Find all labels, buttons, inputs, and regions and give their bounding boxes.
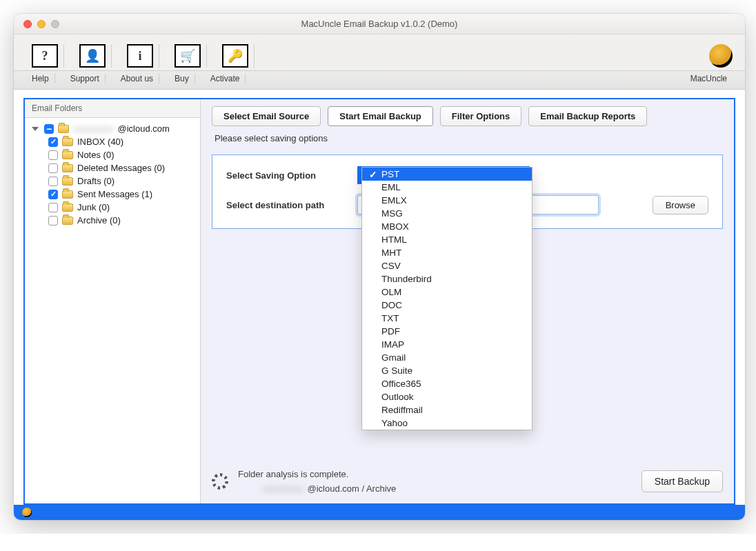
toolbar-buy[interactable]: 🛒 (169, 44, 207, 68)
folder-icon (62, 151, 73, 159)
checkbox[interactable] (48, 177, 58, 186)
dropdown-option[interactable]: DOC (362, 299, 532, 312)
tree-item[interactable]: INBOX (40) (29, 135, 196, 148)
dropdown-option[interactable]: Thunderbird (362, 272, 532, 285)
brand-logo-icon (709, 44, 733, 68)
titlebar: MacUncle Email Backup v1.0.2 (Demo) (14, 14, 745, 34)
dropdown-option[interactable]: TXT (362, 312, 532, 325)
dropdown-option[interactable]: Rediffmail (362, 403, 532, 417)
key-icon: 🔑 (222, 44, 248, 68)
label-help[interactable]: Help (26, 74, 55, 83)
folder-label: Archive (0) (77, 215, 121, 226)
toolbar-labels: Help Support About us Buy Activate MacUn… (14, 71, 745, 90)
dropdown-option[interactable]: Outlook (362, 390, 532, 403)
bottom-bar (14, 505, 745, 520)
toolbar: ? 👤 i 🛒 🔑 (14, 34, 745, 71)
question-icon: ? (32, 44, 58, 68)
tree-item[interactable]: Deleted Messages (0) (29, 161, 196, 174)
folder-label: Drafts (0) (77, 176, 115, 186)
checkbox[interactable] (48, 190, 58, 199)
folder-icon (62, 164, 73, 172)
account-suffix: @icloud.com (118, 123, 170, 134)
dropdown-option[interactable]: EMLX (362, 194, 532, 207)
cart-icon: 🛒 (175, 44, 201, 68)
toolbar-activate[interactable]: 🔑 (217, 44, 255, 68)
checkbox[interactable] (48, 163, 58, 173)
window-title: MacUncle Email Backup v1.0.2 (Demo) (14, 19, 745, 29)
label-support[interactable]: Support (65, 74, 106, 83)
dropdown-option[interactable]: PDF (362, 325, 532, 338)
dropdown-option[interactable]: Yahoo (362, 417, 532, 430)
tree-item[interactable]: Sent Messages (1) (29, 188, 196, 201)
dropdown-option[interactable]: G Suite (362, 364, 532, 377)
dropdown-option[interactable]: MBOX (362, 220, 532, 233)
tree-item[interactable]: Notes (0) (29, 148, 196, 161)
dropdown-option[interactable]: CSV (362, 259, 532, 272)
account-prefix: xxxxxxxxx (73, 123, 114, 134)
info-icon: i (127, 44, 153, 68)
dropdown-option[interactable]: EML (362, 181, 532, 194)
tab[interactable]: Start Email Backup (328, 106, 433, 126)
tab[interactable]: Select Email Source (212, 106, 321, 126)
tabs: Select Email SourceStart Email BackupFil… (212, 106, 723, 126)
folder-icon (62, 177, 73, 186)
dropdown-option[interactable]: Gmail (362, 351, 532, 364)
tree-item[interactable]: Junk (0) (29, 201, 196, 214)
sidebar: Email Folders xxxxxxxxx@icloud.com INBOX… (25, 99, 201, 503)
dropdown-option[interactable]: OLM (362, 285, 532, 299)
toolbar-help[interactable]: ? (26, 44, 64, 68)
folder-icon (58, 125, 69, 133)
main-panel: Select Email SourceStart Email BackupFil… (201, 99, 734, 503)
status-text: Folder analysis is complete. (238, 469, 396, 479)
destination-label: Select destination path (226, 200, 357, 210)
checkbox[interactable] (48, 137, 58, 147)
tab[interactable]: Filter Options (440, 106, 522, 126)
tab[interactable]: Email Backup Reports (528, 106, 647, 126)
tree-root[interactable]: xxxxxxxxx@icloud.com (29, 122, 196, 135)
folder-label: Sent Messages (1) (77, 189, 152, 199)
folder-icon (62, 203, 73, 212)
folder-tree: xxxxxxxxx@icloud.com INBOX (40)Notes (0)… (25, 118, 200, 231)
folder-icon (62, 190, 73, 199)
checkbox[interactable] (48, 150, 58, 160)
folder-label: Deleted Messages (0) (77, 163, 165, 173)
start-backup-button[interactable]: Start Backup (641, 470, 723, 492)
label-buy[interactable]: Buy (169, 74, 195, 83)
dropdown-option[interactable]: PST (362, 168, 532, 181)
tree-item[interactable]: Archive (0) (29, 214, 196, 227)
toolbar-support[interactable]: 👤 (74, 44, 112, 68)
sidebar-heading: Email Folders (25, 99, 200, 118)
folder-icon (62, 217, 73, 225)
dropdown-option[interactable]: IMAP (362, 338, 532, 351)
status-path: @icloud.com / Archive (308, 483, 397, 494)
tree-item[interactable]: Drafts (0) (29, 174, 196, 188)
main-frame: Email Folders xxxxxxxxx@icloud.com INBOX… (23, 98, 735, 505)
toolbar-about[interactable]: i (121, 44, 159, 68)
dropdown-option[interactable]: HTML (362, 233, 532, 246)
folder-label: INBOX (40) (77, 137, 123, 147)
saving-option-label: Select Saving Option (226, 170, 357, 181)
dropdown-option[interactable]: MSG (362, 207, 532, 220)
checkbox[interactable] (48, 203, 58, 212)
person-icon: 👤 (79, 44, 106, 68)
folder-label: Notes (0) (77, 150, 114, 160)
checkbox[interactable] (48, 216, 58, 226)
saving-option-dropdown[interactable]: PSTEMLEMLXMSGMBOXHTMLMHTCSVThunderbirdOL… (361, 167, 533, 430)
folder-label: Junk (0) (77, 202, 110, 212)
dropdown-option[interactable]: MHT (362, 246, 532, 259)
browse-button[interactable]: Browse (653, 196, 708, 214)
brand-mini-icon (22, 508, 32, 517)
status-row: Folder analysis is complete. xxxxxxxxx @… (212, 469, 723, 494)
label-activate[interactable]: Activate (205, 74, 246, 83)
disclosure-icon[interactable] (32, 127, 39, 131)
label-about[interactable]: About us (115, 74, 159, 83)
status-account-prefix: xxxxxxxxx (263, 483, 304, 494)
dropdown-option[interactable]: Office365 (362, 377, 532, 390)
root-checkbox[interactable] (44, 124, 54, 134)
spinner-icon (212, 473, 228, 490)
app-window: MacUncle Email Backup v1.0.2 (Demo) ? 👤 … (14, 14, 745, 520)
folder-icon (62, 138, 73, 146)
brand-label: MacUncle (685, 74, 733, 83)
panel-prompt: Please select saving options (215, 133, 720, 143)
